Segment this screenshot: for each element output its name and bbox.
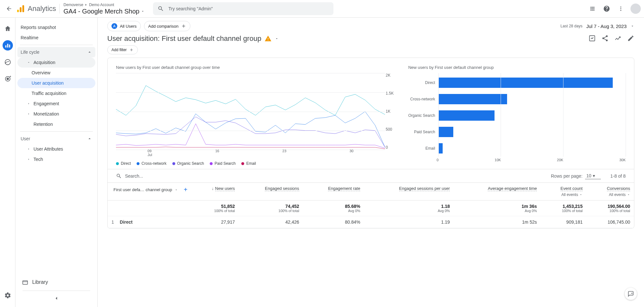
side-acquisition[interactable]: Acquisition	[17, 57, 95, 68]
legend-item[interactable]: Cross-network	[137, 161, 166, 166]
bar-chart-box: New users by First user default channel …	[408, 65, 626, 166]
svg-point-16	[606, 39, 608, 41]
edit-button[interactable]	[627, 35, 634, 43]
chip-all-users[interactable]: A All Users	[107, 21, 141, 31]
chip-badge-icon: A	[111, 23, 117, 29]
add-filter-chip[interactable]: Add filter	[107, 45, 138, 54]
col-conversions[interactable]: ConversionsAll events	[586, 183, 634, 200]
customize-button[interactable]	[589, 35, 596, 43]
back-button[interactable]	[3, 3, 15, 14]
caret-down-icon	[27, 61, 30, 64]
apps-icon	[590, 6, 595, 12]
pencil-icon	[627, 35, 634, 42]
side-engagement[interactable]: Engagement	[17, 98, 95, 109]
caret-down-icon	[630, 24, 634, 28]
apps-button[interactable]	[586, 2, 599, 15]
side-retention[interactable]: Retention	[17, 119, 95, 129]
topbar: Analytics Demoverse Demo Account GA4 - G…	[0, 0, 644, 18]
col-sessions-per-user[interactable]: Engaged sessions per user	[364, 183, 454, 200]
svg-rect-8	[9, 45, 10, 48]
svg-rect-1	[20, 7, 21, 12]
side-acq-overview[interactable]: Overview	[17, 68, 95, 78]
side-acq-traffic[interactable]: Traffic acquisition	[17, 88, 95, 98]
warning-icon[interactable]	[264, 35, 272, 42]
table-row[interactable]: 1Direct 27,917 42,426 80.84% 1.19 1m 52s…	[108, 216, 634, 228]
bar-chart[interactable]: DirectCross-networkOrganic SearchPaid Se…	[408, 73, 626, 157]
analytics-logo-icon	[16, 4, 25, 13]
help-button[interactable]	[600, 2, 613, 15]
bar-track	[438, 78, 626, 88]
home-icon	[4, 25, 11, 32]
col-avg-time[interactable]: Average engagement time	[454, 183, 541, 200]
table-search[interactable]: Search...	[116, 173, 143, 179]
legend-item[interactable]: Paid Search	[210, 161, 235, 166]
property-selector[interactable]: Demoverse Demo Account GA4 - Google Merc…	[63, 3, 145, 15]
date-range[interactable]: Last 28 days Jul 7 - Aug 3, 2023	[561, 23, 634, 29]
share-button[interactable]	[601, 35, 609, 43]
caret-right-icon	[27, 158, 30, 161]
col-engaged-sessions[interactable]: Engaged sessions	[239, 183, 303, 200]
arrow-left-icon	[6, 5, 12, 12]
side-acq-user[interactable]: User acquisition	[17, 78, 95, 88]
chat-icon	[628, 291, 634, 297]
line-legend: DirectCross-networkOrganic SearchPaid Se…	[116, 161, 399, 166]
legend-item[interactable]: Direct	[116, 161, 131, 166]
dim-header[interactable]: First user defa… channel group +	[108, 183, 191, 200]
chevron-up-icon	[87, 136, 92, 141]
caret-down-icon[interactable]	[275, 37, 279, 41]
rail-explore[interactable]	[3, 57, 13, 67]
legend-item[interactable]: Email	[241, 161, 256, 166]
content: A All Users Add comparison Last 28 days …	[98, 18, 644, 307]
title-actions	[589, 35, 634, 43]
data-table: First user defa… channel group + ↓New us…	[108, 182, 634, 228]
svg-point-17	[632, 293, 632, 294]
page-info: 1-8 of 8	[610, 173, 626, 179]
side-realtime[interactable]: Realtime	[17, 33, 95, 43]
svg-rect-7	[7, 44, 8, 48]
rail-home[interactable]	[3, 23, 13, 34]
table-toolbar: Search... Rows per page: 10 ▾ 1-8 of 8	[108, 169, 634, 182]
plus-icon	[129, 48, 134, 52]
bar-track	[438, 143, 626, 154]
svg-point-14	[606, 35, 608, 37]
side-lifecycle[interactable]: Life cycle	[17, 47, 95, 57]
search-box[interactable]: Try searching "Admin"	[153, 2, 333, 15]
line-chart-box: New users by First user default channel …	[116, 65, 399, 166]
bar-track	[438, 110, 626, 121]
rows-per-select[interactable]: 10 ▾	[585, 172, 601, 179]
rail-reports[interactable]	[3, 40, 13, 51]
svg-rect-12	[23, 281, 28, 284]
side-tech[interactable]: Tech	[17, 154, 95, 164]
svg-rect-6	[5, 45, 6, 48]
title-row: User acquisition: First user default cha…	[107, 34, 634, 43]
avatar[interactable]	[630, 4, 641, 14]
svg-point-15	[602, 37, 604, 39]
add-dimension[interactable]: +	[184, 186, 187, 193]
col-engagement-rate[interactable]: Engagement rate	[303, 183, 364, 200]
svg-point-4	[620, 8, 621, 9]
svg-point-5	[620, 10, 621, 11]
rail-advertising[interactable]	[3, 74, 13, 84]
target-icon	[4, 75, 11, 82]
legend-item[interactable]: Organic Search	[172, 161, 204, 166]
col-new-users[interactable]: ↓New users	[191, 183, 239, 200]
col-event-count[interactable]: Event countAll events	[541, 183, 586, 200]
side-monetization[interactable]: Monetization	[17, 109, 95, 119]
insights-icon	[614, 35, 621, 42]
table-search-placeholder: Search...	[125, 173, 143, 179]
svg-point-3	[620, 6, 621, 7]
side-user-group[interactable]: User	[17, 134, 95, 144]
feedback-fab[interactable]	[625, 288, 637, 300]
side-user-attr[interactable]: User Attributes	[17, 144, 95, 154]
explore-icon	[4, 59, 11, 66]
comparison-row: A All Users Add comparison Last 28 days …	[107, 21, 634, 31]
library-button[interactable]: Library	[20, 276, 93, 289]
collapse-sidebar[interactable]	[20, 293, 93, 304]
side-snapshot[interactable]: Reports snapshot	[17, 22, 95, 33]
chip-add-comparison[interactable]: Add comparison	[144, 21, 190, 31]
line-chart[interactable]: 2K 1.5K 1K 500 0 09Jul 16 23 30	[116, 73, 399, 157]
help-icon	[603, 5, 610, 12]
rail-admin[interactable]	[3, 290, 13, 301]
insights-button[interactable]	[614, 35, 621, 43]
more-button[interactable]	[614, 2, 627, 15]
